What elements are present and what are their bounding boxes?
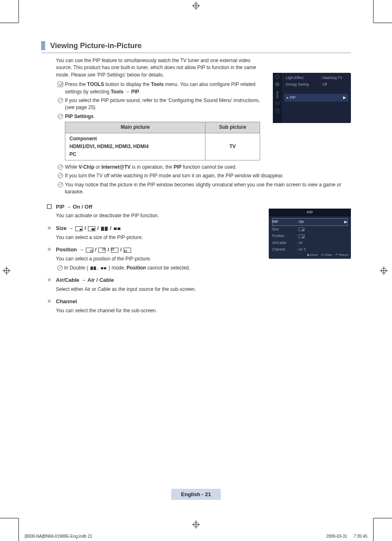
- svg-point-12: [276, 75, 279, 79]
- svg-rect-16: [276, 109, 279, 112]
- svg-rect-21: [58, 82, 63, 87]
- svg-rect-51: [48, 279, 51, 281]
- osd-title: PIP: [269, 209, 351, 216]
- svg-rect-47: [90, 266, 93, 269]
- table-header-main: Main picture: [65, 122, 205, 133]
- crop-mark: [374, 23, 392, 23]
- channel-item: Channel You can select the channel for t…: [47, 298, 351, 314]
- svg-rect-48: [94, 266, 96, 269]
- svg-rect-32: [92, 228, 95, 230]
- pip-double-vertical-icon: [101, 225, 108, 232]
- osd-pip-menu-screenshot: PIP PIP: On▶ Size: Position: Air/Cable: …: [269, 209, 351, 259]
- osd-highlight-label: ▸ PIP: [287, 95, 295, 100]
- off-note: If you turn the TV off while watching in…: [56, 172, 351, 179]
- note-icon: [56, 265, 64, 271]
- body-block: Setup Light EffectWatching TV Energy Sav…: [56, 57, 351, 315]
- table-header-sub: Sub picture: [205, 122, 260, 133]
- unnatural-note: You may notice that the picture in the P…: [56, 181, 351, 196]
- note-text: While V-Chip or Internet@TV is in operat…: [65, 164, 348, 171]
- page-content: Viewing Picture-in-Picture Setup Light E…: [41, 41, 351, 512]
- osd-sidebar-gear-icon: [275, 82, 280, 87]
- heading-underline: [41, 53, 351, 53]
- table-cell-main: ComponentHDMI1/DVI, HDMI2, HDMI3, HDMI4P…: [65, 133, 205, 160]
- osd-sidebar-icon: [275, 101, 280, 106]
- pip-pos-tr-icon: [98, 246, 106, 254]
- crop-mark: [373, 518, 374, 541]
- svg-rect-28: [48, 226, 51, 229]
- osd-row: Energy SavingOff: [284, 81, 348, 88]
- note-icon: [56, 164, 65, 170]
- svg-rect-18: [302, 230, 304, 231]
- svg-rect-30: [80, 229, 82, 230]
- position-sub-note: In Double ( , ) mode, Position cannot be…: [56, 265, 351, 272]
- svg-rect-39: [90, 250, 92, 252]
- osd-separator: · · · · · · · · · · · · · · · · · · · · …: [284, 88, 348, 93]
- pip-pos-bl-icon: [124, 246, 131, 254]
- crop-mark: [18, 518, 19, 541]
- print-footer-right: 2009-03-31 7:35:45: [326, 534, 367, 539]
- item-desc: Select either Air or Cable as the input …: [56, 286, 351, 293]
- crop-mark: [18, 0, 19, 23]
- registration-mark-icon: [2, 267, 11, 275]
- osd-row: Size:: [272, 226, 348, 232]
- aircable-item: Air/Cable → Air / Cable Select either Ai…: [47, 276, 351, 293]
- note-text: Press the TOOLS button to display the To…: [65, 81, 262, 95]
- osd-footer-enter: ⏎ Enter: [321, 253, 332, 258]
- osd-footer-return: ↶ Return: [335, 253, 348, 258]
- intro-text: You can use the PIP feature to simultane…: [56, 57, 261, 79]
- table-row: ComponentHDMI1/DVI, HDMI2, HDMI3, HDMI4P…: [65, 133, 260, 160]
- pip-double-horizontal-icon: [100, 265, 107, 272]
- note-icon: [56, 97, 65, 103]
- osd-footer: ◆ Move ⏎ Enter ↶ Return: [307, 253, 348, 258]
- registration-mark-icon: [192, 2, 200, 10]
- svg-rect-35: [114, 228, 117, 230]
- crop-mark: [0, 23, 18, 23]
- small-square-bullet-icon: [47, 276, 56, 284]
- note-icon: [56, 181, 65, 188]
- osd-main: Light EffectWatching TV Energy SavingOff…: [282, 73, 351, 123]
- osd-sidebar-label: Setup: [275, 91, 279, 98]
- page-footer-label: English - 21: [171, 489, 221, 500]
- section-heading-row: Viewing Picture-in-Picture: [41, 41, 351, 50]
- section-title: Viewing Picture-in-Picture: [50, 42, 142, 50]
- crop-mark: [374, 518, 392, 518]
- osd-row: Channel: Air 3: [272, 246, 348, 253]
- table-cell-sub: TV: [205, 133, 260, 160]
- heading-accent-bar: [41, 41, 45, 50]
- crop-mark: [0, 518, 18, 518]
- svg-rect-36: [118, 228, 120, 230]
- pip-settings-table: Main picture Sub picture ComponentHDMI1/…: [65, 122, 260, 160]
- osd-sidebar: Setup: [273, 73, 282, 123]
- pip-pos-tl-icon: [111, 246, 118, 254]
- svg-rect-45: [125, 250, 127, 252]
- print-footer-left: [8000-NA]BN68-01988E-Eng.indb 21: [25, 534, 92, 539]
- svg-rect-15: [276, 102, 279, 104]
- sub-note-text: In Double ( , ) mode, Position cannot be…: [64, 265, 190, 272]
- note-text: If you turn the TV off while watching in…: [65, 172, 348, 179]
- small-square-bullet-icon: [47, 225, 56, 232]
- vchip-note: While V-Chip or Internet@TV is in operat…: [56, 164, 351, 171]
- osd-row: Light EffectWatching TV: [284, 74, 348, 81]
- pip-size-large-icon: [88, 225, 95, 232]
- note-icon: [56, 113, 65, 119]
- svg-rect-49: [101, 267, 103, 269]
- osd-separator: · · · · · · · · · · · · · · · · · · · · …: [284, 102, 348, 107]
- item-label: Channel: [56, 298, 351, 306]
- svg-rect-43: [112, 248, 114, 250]
- pip-size-small-icon: [75, 225, 83, 232]
- pip-double-vertical-icon: [90, 265, 97, 272]
- item-label: Air/Cable → Air / Cable: [56, 276, 351, 284]
- svg-rect-34: [105, 227, 108, 231]
- table-header-row: Main picture Sub picture: [65, 122, 260, 133]
- osd-setup-menu-screenshot: Setup Light EffectWatching TV Energy Sav…: [273, 73, 351, 123]
- pip-pos-br-icon: [86, 246, 93, 254]
- crop-mark: [373, 0, 374, 23]
- svg-rect-33: [101, 227, 104, 231]
- svg-rect-41: [103, 248, 105, 250]
- svg-point-14: [277, 84, 278, 85]
- registration-mark-icon: [192, 520, 200, 529]
- registration-mark-icon: [380, 267, 388, 275]
- osd-row: PIP: On▶: [272, 218, 348, 226]
- arrow-right-icon: ▶: [343, 95, 346, 100]
- osd-list: PIP: On▶ Size: Position: Air/Cable: Air …: [269, 216, 351, 253]
